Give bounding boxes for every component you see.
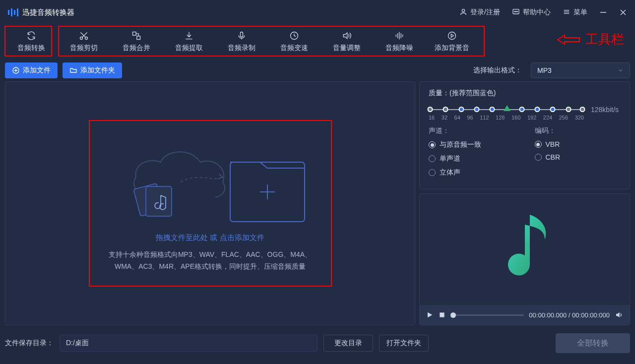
chevron-down-icon	[618, 67, 624, 73]
channel-title: 声道：	[429, 126, 515, 135]
save-path-input[interactable]: D:/桌面	[60, 335, 318, 352]
close-icon	[619, 8, 627, 16]
tool-audio-convert[interactable]: 音频转换	[5, 27, 58, 57]
quality-slider[interactable]: 16 32 64 96 112 128 160 192 224 256 320	[429, 104, 584, 116]
denoise-icon	[394, 31, 404, 41]
tool-audio-merge[interactable]: 音频合并	[110, 27, 163, 57]
convert-icon	[26, 31, 36, 41]
tool-add-bgm[interactable]: 添加背景音	[426, 27, 478, 57]
tool-audio-speed[interactable]: 音频变速	[268, 27, 320, 57]
quality-panel: 质量：(推荐范围蓝色) 16 32	[419, 81, 630, 189]
app-logo: 迅捷音频转换器	[8, 8, 74, 17]
stop-icon[interactable]	[439, 311, 445, 318]
record-icon	[237, 31, 247, 41]
tool-audio-extract[interactable]: 音频提取	[163, 27, 215, 57]
svg-rect-33	[146, 186, 172, 216]
drop-zone[interactable]: 拖拽文件至此处 或 点击添加文件 支持十余种音频格式向MP3、WAV、FLAC、…	[5, 81, 415, 325]
svg-point-4	[517, 11, 517, 12]
svg-rect-17	[241, 32, 243, 37]
speaker-icon[interactable]	[615, 310, 624, 319]
time-display: 00:00:00.000 / 00:00:00:000	[529, 311, 610, 319]
dropzone-hint: 拖拽文件至此处 或 点击添加文件	[156, 233, 264, 243]
encoding-title: 编码：	[535, 126, 621, 135]
add-file-button[interactable]: 添加文件	[5, 62, 58, 78]
svg-point-0	[462, 9, 464, 12]
titlebar: 迅捷音频转换器 登录/注册 帮助中心 菜单	[0, 0, 635, 25]
radio-encoding-cbr[interactable]: CBR	[535, 153, 621, 161]
plus-circle-icon	[12, 66, 20, 74]
progress-bar[interactable]	[450, 314, 524, 316]
convert-all-button[interactable]: 全部转换	[556, 333, 630, 353]
open-folder-button[interactable]: 打开文件夹	[379, 335, 429, 352]
speed-icon	[289, 31, 299, 41]
close-button[interactable]	[619, 8, 627, 16]
dropzone-desc: 支持十余种音频格式向MP3、WAV、FLAC、AAC、OGG、M4A、 WMA、…	[109, 248, 312, 272]
extract-icon	[184, 31, 194, 41]
toolbar: 音频转换 音频剪切 音频合并 音频提取 音频录制 音频变速 音量调整 音频降噪 …	[0, 25, 635, 60]
radio-encoding-vbr[interactable]: VBR	[535, 140, 621, 148]
svg-point-3	[515, 11, 516, 12]
change-dir-button[interactable]: 更改目录	[323, 335, 373, 352]
format-label: 选择输出格式：	[473, 66, 522, 75]
app-title: 迅捷音频转换器	[22, 8, 74, 17]
volume-icon	[342, 31, 352, 41]
add-folder-button[interactable]: 添加文件夹	[63, 62, 122, 78]
quality-title: 质量：(推荐范围蓝色)	[429, 89, 621, 98]
player-bar: 00:00:00.000 / 00:00:00:000	[420, 305, 630, 325]
svg-rect-16	[137, 36, 140, 40]
format-select[interactable]: MP3	[531, 62, 630, 78]
radio-channel-stereo[interactable]: 立体声	[429, 168, 515, 177]
user-icon	[459, 8, 467, 16]
preview-panel: 00:00:00.000 / 00:00:00:000	[419, 193, 630, 325]
svg-rect-34	[440, 312, 444, 317]
add-bar: 添加文件 添加文件夹 选择输出格式： MP3	[0, 60, 635, 81]
help-link[interactable]: 帮助中心	[512, 8, 551, 17]
footer: 文件保存目录： D:/桌面 更改目录 打开文件夹 全部转换	[0, 330, 635, 356]
login-link[interactable]: 登录/注册	[459, 8, 500, 17]
quality-value: 128kbit/s	[591, 106, 621, 114]
svg-point-25	[448, 32, 456, 40]
music-note-icon	[495, 210, 555, 289]
save-dir-label: 文件保存目录：	[5, 339, 54, 348]
annotation-box: 拖拽文件至此处 或 点击添加文件 支持十余种音频格式向MP3、WAV、FLAC、…	[89, 120, 332, 287]
play-icon[interactable]	[426, 311, 434, 319]
arrow-left-icon	[557, 34, 580, 46]
logo-icon	[8, 8, 18, 16]
tool-audio-denoise[interactable]: 音频降噪	[373, 27, 426, 57]
tool-volume-adjust[interactable]: 音量调整	[320, 27, 373, 57]
menu-icon	[563, 8, 571, 16]
menu-link[interactable]: 菜单	[563, 8, 587, 17]
tool-audio-record[interactable]: 音频录制	[215, 27, 268, 57]
radio-channel-same[interactable]: 与原音频一致	[429, 140, 515, 149]
minimize-button[interactable]	[599, 8, 607, 16]
folder-icon	[69, 66, 77, 74]
radio-channel-mono[interactable]: 单声道	[429, 154, 515, 163]
minimize-icon	[599, 8, 607, 16]
annotation-label: 工具栏	[557, 31, 624, 48]
cut-icon	[79, 31, 89, 41]
dropzone-illustration	[111, 135, 310, 229]
help-icon	[512, 8, 520, 16]
bgm-icon	[447, 31, 457, 41]
merge-icon	[131, 31, 141, 41]
tool-audio-cut[interactable]: 音频剪切	[58, 27, 110, 57]
svg-point-2	[514, 11, 515, 12]
svg-rect-15	[133, 32, 136, 36]
